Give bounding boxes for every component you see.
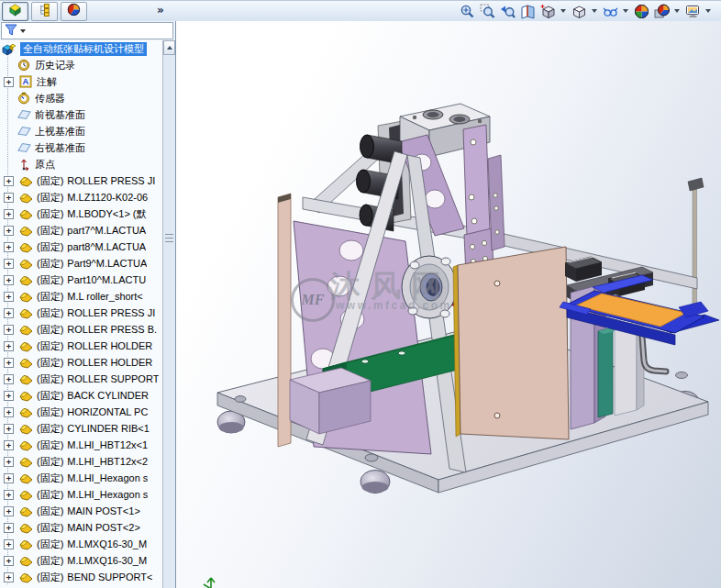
tree-plane-right[interactable]: 右视基准面 — [0, 139, 163, 156]
part-icon — [18, 422, 33, 436]
edit-appearance-icon[interactable] — [633, 3, 649, 19]
tree-component-row[interactable]: + (固定)ROLLER PRESS B. — [0, 321, 163, 338]
expand-icon[interactable]: + — [4, 341, 14, 351]
expand-icon[interactable]: + — [4, 242, 14, 252]
expand-icon[interactable]: + — [4, 209, 14, 219]
tree-component-row[interactable]: + (固定)CYLINDER RIB<1 — [0, 420, 163, 437]
panel-tab-bar — [2, 2, 87, 21]
expand-icon[interactable]: + — [4, 308, 14, 318]
tree-folder-annotations[interactable]: + A 注解 — [0, 73, 163, 90]
tree-component-row[interactable]: + (固定)Part10^M.LACTU — [0, 272, 163, 288]
assembly-icon — [2, 42, 17, 56]
tree-origin[interactable]: 原点 — [0, 156, 163, 172]
expand-icon[interactable]: + — [4, 226, 14, 236]
tree-component-row[interactable]: + (固定)ROLLER PRESS JI — [0, 172, 163, 189]
view-settings-icon[interactable] — [684, 3, 701, 19]
tree-filter-input[interactable] — [1, 22, 173, 39]
expand-icon[interactable]: + — [4, 407, 14, 417]
scroll-up-button[interactable] — [163, 40, 175, 55]
view-orientation-icon[interactable] — [539, 3, 556, 19]
display-style-dropdown[interactable] — [592, 9, 597, 13]
expand-icon[interactable]: + — [4, 374, 14, 384]
expand-icon[interactable]: + — [4, 391, 14, 401]
tree-root-row[interactable]: 全自动纸张贴标机设计模型 — [0, 40, 163, 57]
apply-scene-icon[interactable] — [653, 3, 670, 19]
tree-component-row[interactable]: + (固定)BEND SUPPORT< — [0, 569, 163, 585]
zoom-to-area-icon[interactable] — [479, 3, 495, 19]
hide-show-items-dropdown[interactable] — [623, 9, 628, 13]
previous-view-icon[interactable] — [499, 3, 516, 19]
expand-icon[interactable]: + — [4, 490, 14, 500]
tree-component-row[interactable]: + (固定)M.LBODY<1> (默 — [0, 205, 163, 222]
panel-splitter-grip[interactable] — [165, 231, 173, 241]
scroll-up-arrow-icon — [167, 46, 172, 50]
expand-icon[interactable]: + — [4, 506, 14, 516]
tree-component-row[interactable]: + (固定)MAIN POST<1> — [0, 503, 163, 519]
tree-component-row[interactable]: + (固定)ROLLER SUPPORT — [0, 371, 163, 387]
expand-icon[interactable]: + — [4, 259, 14, 269]
tree-component-row[interactable]: + (固定)part7^M.LACTUA — [0, 222, 163, 239]
section-view-icon[interactable] — [519, 3, 536, 19]
part-icon — [18, 323, 33, 337]
tree-component-row[interactable]: + (固定)part8^M.LACTUA — [0, 239, 163, 255]
tab-configurationmanager[interactable] — [31, 2, 58, 21]
back-wall-plate[interactable] — [278, 194, 291, 447]
hide-show-items-icon[interactable] — [602, 3, 618, 19]
expand-icon[interactable]: + — [4, 176, 14, 186]
expand-icon[interactable]: + — [4, 539, 14, 549]
expand-icon[interactable]: + — [4, 424, 14, 434]
expand-icon[interactable]: + — [4, 77, 14, 87]
tree-component-row[interactable]: + (固定)M.LHI_Hexagon s — [0, 470, 163, 486]
tree-component-row[interactable]: + (固定)ROLLER HOLDER — [0, 338, 163, 354]
tree-root-label[interactable]: 全自动纸张贴标机设计模型 — [20, 42, 147, 56]
tree-component-row[interactable]: + (固定)M.LMXQ16-30_M — [0, 536, 163, 552]
tree-component-row[interactable]: + (固定)M.LHI_HBT12x<1 — [0, 437, 163, 453]
cylinder-block-box[interactable] — [290, 368, 371, 434]
expand-icon[interactable]: + — [4, 193, 14, 203]
part-icon — [18, 191, 33, 205]
view-settings-dropdown[interactable] — [705, 9, 711, 13]
expand-icon[interactable]: + — [4, 572, 14, 582]
tree-component-row[interactable]: + (固定)M.LHI_Hexagon s — [0, 486, 163, 503]
tree-component-row[interactable]: + (固定)ROLLER HOLDER — [0, 354, 163, 371]
tree-component-row[interactable]: + (固定)HORIZONTAL PC — [0, 404, 163, 420]
tree-folder-history[interactable]: 历史记录 — [0, 57, 163, 73]
tree-plane-front[interactable]: 前视基准面 — [0, 106, 163, 123]
part-icon — [18, 240, 33, 254]
toolbar-overflow-button[interactable]: » — [152, 3, 169, 18]
svg-text:A: A — [23, 76, 29, 86]
tree-plane-top[interactable]: 上视基准面 — [0, 123, 163, 139]
expand-icon[interactable]: + — [4, 457, 14, 467]
expand-icon[interactable]: + — [4, 325, 14, 335]
expand-icon[interactable]: + — [4, 275, 14, 285]
tree-component-row[interactable]: + (固定)MAIN POST<2> — [0, 519, 163, 536]
display-style-icon[interactable] — [571, 3, 587, 19]
zoom-to-fit-icon[interactable] — [459, 3, 475, 19]
tree-component-row[interactable]: + (固定)M.LMXQ16-30_M — [0, 552, 163, 569]
apply-scene-dropdown[interactable] — [674, 9, 680, 13]
expand-icon[interactable]: + — [4, 440, 14, 450]
part-icon — [18, 438, 33, 452]
tree-component-row[interactable]: + (固定)ROLLER PRESS JI — [0, 305, 163, 321]
tree-component-row[interactable]: + (固定)M.L roller_short< — [0, 288, 163, 305]
view-orientation-dropdown[interactable] — [560, 9, 566, 13]
tab-featuremanager[interactable] — [2, 2, 28, 21]
part-icon — [18, 488, 33, 502]
expand-icon[interactable]: + — [4, 523, 14, 533]
annotations-icon: A — [18, 75, 33, 89]
expand-icon[interactable]: + — [4, 556, 14, 566]
tree-component-row[interactable]: + (固定)M.LZ1120-K02-06 — [0, 189, 163, 205]
tree-component-row[interactable]: + (固定)M.LHI_HBT12x<2 — [0, 453, 163, 470]
expand-icon[interactable]: + — [4, 473, 14, 483]
front-panel-plate[interactable] — [453, 247, 569, 439]
expand-icon[interactable]: + — [4, 292, 14, 302]
feature-tree-icon — [8, 3, 22, 20]
tree-component-row[interactable]: + (固定)BACK CYLINDER — [0, 387, 163, 404]
tree-scrollbar[interactable] — [162, 40, 175, 588]
tree-folder-sensors[interactable]: 传感器 — [0, 90, 163, 106]
filter-dropdown-caret[interactable] — [20, 29, 26, 33]
tab-displaymanager[interactable] — [61, 2, 87, 21]
expand-icon[interactable]: + — [4, 358, 14, 368]
tree-component-row[interactable]: + (固定)Part9^M.LACTUA — [0, 255, 163, 272]
feature-tree: 全自动纸张贴标机设计模型 历史记录 + A 注解 — [0, 40, 163, 588]
